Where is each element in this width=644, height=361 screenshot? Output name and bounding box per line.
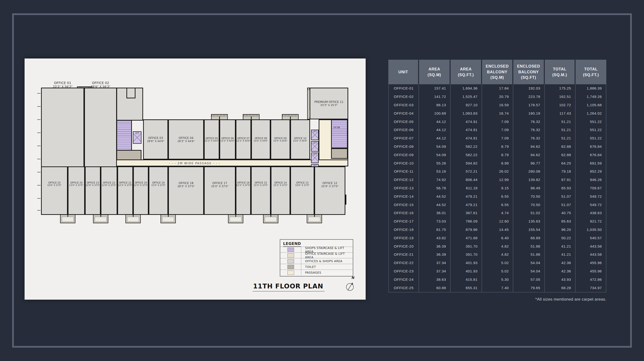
office-07: OFFICE 0712'3" X 44'6" xyxy=(236,119,251,160)
lift-icon: LIFT xyxy=(311,130,319,140)
value-cell: 676.84 xyxy=(576,143,606,151)
value-cell: 76.32 xyxy=(513,126,545,134)
value-cell: 51.21 xyxy=(545,126,576,134)
value-cell: 806.44 xyxy=(450,176,482,184)
value-cell: 54.09 xyxy=(419,151,450,159)
value-cell: 70.50 xyxy=(513,201,545,209)
value-cell: 479.21 xyxy=(450,201,482,209)
value-cell: 7.09 xyxy=(482,118,513,126)
value-cell: 51.88 xyxy=(513,250,545,259)
value-cell: 8.79 xyxy=(482,151,513,159)
table-row: OFFICE-02141.721,525.4720.79223.78162.51… xyxy=(388,93,606,101)
value-cell: 100.69 xyxy=(419,109,450,118)
table-header-cell: TOTAL(SQ.M.) xyxy=(545,60,576,84)
unit-cell: OFFICE-11 xyxy=(388,167,419,176)
value-cell: 40.75 xyxy=(545,209,576,217)
value-cell: 438.63 xyxy=(576,209,606,217)
value-cell: 44.52 xyxy=(419,201,450,209)
office-name: OFFICE 25 xyxy=(48,181,60,184)
office-name: OFFICE 04 xyxy=(179,136,194,140)
table-row: OFFICE-04100.691,083.8316.74180.19117.43… xyxy=(388,109,606,118)
value-cell: 594.82 xyxy=(450,159,482,167)
value-cell: 79.65 xyxy=(513,284,545,292)
unit-cell: OFFICE-16 xyxy=(388,209,419,217)
office-dimensions: 12'9" X 37'0" xyxy=(102,184,116,186)
table-row: OFFICE-0744.12474.917.0976.3251.21551.22 xyxy=(388,134,606,143)
office-name: PREMIUM OFFICE 11 xyxy=(314,100,344,104)
value-cell: 1,264.02 xyxy=(576,109,606,118)
legend-swatch-cell xyxy=(280,270,301,275)
value-cell: 86.13 xyxy=(419,101,450,109)
office-05: OFFICE 0512'3" X 44'6" xyxy=(204,119,220,160)
office-15: OFFICE 1515'3" X 37'0" xyxy=(251,166,271,215)
legend-swatch-cell xyxy=(280,264,301,269)
table-row: OFFICE-2237.34401.935.0254.0442.36455.96 xyxy=(388,259,606,267)
value-cell: 96.77 xyxy=(513,159,545,167)
value-cell: 474.91 xyxy=(450,126,482,134)
office-dimensions: 19'6" X 37'0" xyxy=(47,184,61,186)
value-cell: 551.22 xyxy=(576,134,606,143)
table-header-cell: AREA(SQ.M) xyxy=(419,60,450,84)
legend-item: TOILET xyxy=(280,264,353,269)
value-cell: 55.26 xyxy=(419,159,450,167)
table-row: OFFICE-1773.03786.0912.60135.6385.63921.… xyxy=(388,217,606,226)
office-dimensions: 12'3" X 37'0" xyxy=(118,184,132,186)
unit-cell: OFFICE-01 xyxy=(388,84,419,93)
table-row: OFFICE-0386.13927.1016.59178.57102.721,1… xyxy=(388,101,606,109)
office-name: OFFICE 24 xyxy=(70,181,82,184)
value-cell: 946.26 xyxy=(576,176,606,184)
lift-icon: LIFT xyxy=(133,131,142,144)
unit-cell: OFFICE-02 xyxy=(388,93,419,101)
office-19: OFFICE 1915'0" X 37'0" xyxy=(148,166,168,215)
value-cell: 117.43 xyxy=(545,109,576,118)
value-cell: 51.88 xyxy=(513,242,545,250)
legend-swatch xyxy=(288,270,294,275)
value-cell: 135.63 xyxy=(513,217,545,226)
table-header-cell: ENCLOSEDBALCONY(SQ.FT) xyxy=(513,60,545,84)
table-header-row: UNITAREA(SQ.M)AREA(SQ.FT.)ENCLOSEDBALCON… xyxy=(388,60,606,84)
value-cell: 4.74 xyxy=(482,209,513,217)
value-cell: 443.58 xyxy=(576,242,606,250)
value-cell: 36.39 xyxy=(419,242,450,250)
table-row: OFFICE-1356.78611.189.1598.4965.93709.67 xyxy=(388,184,606,192)
table-row: OFFICE-1636.01387.614.7451.0240.75438.63 xyxy=(388,209,606,217)
unit-cell: OFFICE-19 xyxy=(388,234,419,242)
unit-cell: OFFICE-12 xyxy=(388,176,419,184)
value-cell: 572.21 xyxy=(450,167,482,176)
value-cell: 16.74 xyxy=(482,109,513,118)
value-cell: 5.02 xyxy=(482,259,513,267)
value-cell: 16.59 xyxy=(482,101,513,109)
value-cell: 41.21 xyxy=(545,242,576,250)
value-cell: 98.49 xyxy=(513,184,545,192)
table-row: OFFICE-2136.39391.704.8251.8841.21443.58 xyxy=(388,250,606,259)
legend-swatch-cell xyxy=(280,247,301,252)
office-name: OFFICE 08 xyxy=(255,137,267,140)
value-cell: 549.72 xyxy=(576,192,606,201)
legend-swatch xyxy=(288,265,294,269)
table-row: OFFICE-2438.63415.815.3057.0543.93472.86 xyxy=(388,275,606,284)
value-cell: 85.63 xyxy=(545,217,576,226)
value-cell: 455.96 xyxy=(576,267,606,275)
unit-cell: OFFICE-24 xyxy=(388,275,419,284)
value-cell: 38.63 xyxy=(419,275,450,284)
legend-item: OFFICE STAIRCASE & LIFT AREA xyxy=(280,252,353,258)
office-name: OFFICE 18 xyxy=(179,181,194,185)
value-cell: 4.82 xyxy=(482,242,513,250)
office-dimensions: 15'6" X 44'6" xyxy=(293,140,307,142)
value-cell: 62.88 xyxy=(545,151,576,159)
legend-item: OFFICES & SHOPS AREA xyxy=(280,258,353,264)
office-dimensions: 38'6" X 56'3" xyxy=(91,85,110,88)
office-name: OFFICE 15 xyxy=(255,181,267,184)
value-cell: 852.29 xyxy=(576,167,606,176)
office-name: OFFICE 12 xyxy=(322,181,337,185)
legend-label: OFFICE STAIRCASE & LIFT AREA xyxy=(301,253,353,258)
value-cell: 655.31 xyxy=(450,284,482,292)
value-cell: 42.36 xyxy=(545,259,576,267)
office-name: OFFICE 01 xyxy=(54,81,71,85)
unit-cell: OFFICE-23 xyxy=(388,267,419,275)
legend-label: PASSAGES xyxy=(301,270,353,275)
office-21: OFFICE 2112'3" X 37'0" xyxy=(117,166,133,215)
value-cell: 51.21 xyxy=(545,134,576,143)
office-name: OFFICE 16 xyxy=(237,181,250,184)
value-cell: 76.32 xyxy=(513,118,545,126)
